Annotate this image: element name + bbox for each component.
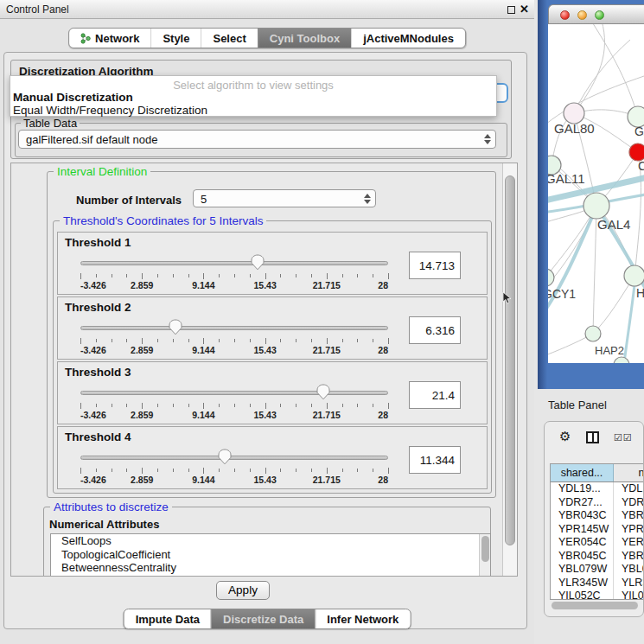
- network-canvas[interactable]: GAL80GACGAL11GAL4GCY1HHAP2: [548, 24, 644, 363]
- mac-minimize-icon[interactable]: [577, 10, 587, 20]
- slider-ticks: [80, 468, 388, 475]
- table-row[interactable]: YDR27...YDR2: [551, 496, 644, 510]
- network-node[interactable]: [629, 143, 644, 161]
- table-row[interactable]: YBL079WYBL0: [551, 563, 644, 577]
- bottom-tab-discretize-data[interactable]: Discretize Data: [211, 609, 315, 628]
- threshold-slider[interactable]: [80, 383, 388, 402]
- control-panel: Control Panel ✕ NetworkStyleSelectCyni T…: [0, 0, 534, 644]
- cell-name: YDL1: [614, 482, 644, 496]
- table-data-title: Table Data: [21, 117, 80, 130]
- slider-thumb[interactable]: [251, 254, 265, 271]
- column-layout-icon[interactable]: [586, 431, 599, 443]
- interval-definition-title: Interval Definition: [54, 165, 150, 178]
- slider-thumb[interactable]: [316, 384, 330, 400]
- numerical-attributes-list[interactable]: SelfLoopsTopologicalCoefficientBetweenne…: [50, 533, 491, 577]
- threshold-panel: Threshold 4 -3.4262.8599.14415.4321.7152…: [57, 426, 488, 489]
- slider-track[interactable]: [80, 261, 388, 265]
- node-label: GAL11: [548, 171, 585, 186]
- menu-item-manual-discretization[interactable]: Manual Discretization: [13, 91, 133, 104]
- cell-shared-name: YER054C: [551, 536, 614, 550]
- threshold-slider[interactable]: [80, 448, 388, 467]
- network-node[interactable]: [585, 326, 601, 341]
- algorithm-dropdown-popup: Select algorithm to view settings Manual…: [10, 75, 497, 117]
- slider-thumb[interactable]: [218, 449, 232, 465]
- column-header-shared-name[interactable]: shared...: [551, 464, 614, 481]
- tab-network[interactable]: Network: [69, 29, 150, 48]
- slider-ticks: [80, 403, 388, 410]
- number-of-intervals-combobox[interactable]: 5: [193, 189, 376, 207]
- table-row[interactable]: YIL052CYIL0: [551, 590, 644, 599]
- network-node[interactable]: [548, 269, 554, 286]
- vertical-scrollbar[interactable]: [502, 163, 517, 576]
- network-node[interactable]: [624, 265, 644, 286]
- attribute-item[interactable]: BetweennessCentrality: [51, 561, 490, 575]
- cell-shared-name: YBR045C: [551, 550, 614, 564]
- tab-label: jActiveMNodules: [363, 32, 454, 45]
- horizontal-scrollbar[interactable]: [552, 602, 638, 609]
- network-view-window: GAL80GACGAL11GAL4GCY1HHAP2: [538, 0, 644, 389]
- network-window-titlebar[interactable]: [548, 4, 644, 24]
- cell-name: YIL0: [614, 590, 644, 599]
- threshold-value-field[interactable]: 14.713: [409, 252, 461, 279]
- table-panel: ⚙ ☑☑ shared... na YDL19...YDL1YDR27...YD…: [544, 421, 644, 617]
- slider-track[interactable]: [80, 326, 388, 330]
- column-header-name[interactable]: na: [614, 464, 644, 481]
- attribute-item[interactable]: SelfLoops: [51, 534, 490, 548]
- mac-zoom-icon[interactable]: [595, 10, 604, 20]
- numerical-attributes-label: Numerical Attributes: [49, 518, 159, 531]
- checkbox-icons[interactable]: ☑☑: [614, 432, 633, 443]
- network-node[interactable]: [614, 357, 629, 363]
- table-data-combobox[interactable]: galFiltered.sif default node: [18, 130, 496, 149]
- cell-shared-name: YIL052C: [551, 590, 614, 599]
- slider-ticks: [80, 273, 388, 280]
- attributes-group-title: Attributes to discretize: [50, 501, 172, 513]
- slider-ticks: [80, 338, 388, 345]
- gear-icon[interactable]: ⚙: [559, 429, 571, 444]
- table-panel-title: Table Panel: [548, 399, 607, 411]
- menu-item-equal-width-frequency[interactable]: Equal Width/Frequency Discretization: [13, 104, 207, 117]
- algorithm-hint-text: Select algorithm to view settings: [10, 79, 496, 92]
- bottom-tab-impute-data[interactable]: Impute Data: [124, 609, 211, 628]
- tab-select[interactable]: Select: [201, 29, 257, 48]
- threshold-slider[interactable]: [80, 253, 388, 272]
- threshold-panel: Threshold 1 -3.4262.8599.14415.4321.7152…: [57, 232, 488, 295]
- attributes-to-discretize-group: Attributes to discretize Numerical Attri…: [43, 507, 491, 577]
- close-icon[interactable]: ✕: [520, 3, 529, 16]
- mac-close-icon[interactable]: [560, 10, 570, 20]
- cell-name: YDR2: [614, 496, 644, 510]
- tab-label: Infer Network: [327, 613, 399, 626]
- slider-thumb[interactable]: [169, 319, 182, 335]
- threshold-panel: Threshold 2 -3.4262.8599.14415.4321.7152…: [57, 296, 488, 360]
- tab-label: Discretize Data: [223, 613, 303, 626]
- threshold-label: Threshold 4: [65, 430, 131, 443]
- attribute-item[interactable]: TopologicalCoefficient: [51, 548, 490, 562]
- apply-button[interactable]: Apply: [216, 581, 270, 600]
- threshold-value-field[interactable]: 21.4: [409, 381, 461, 409]
- threshold-slider[interactable]: [80, 318, 388, 337]
- attributes-scrollbar[interactable]: [479, 534, 490, 577]
- table-row[interactable]: YLR345WYLR3: [551, 577, 644, 590]
- threshold-value-field[interactable]: 11.344: [409, 446, 461, 474]
- bottom-tab-infer-network[interactable]: Infer Network: [315, 609, 410, 628]
- table-row[interactable]: YBR045CYBR0: [551, 550, 644, 564]
- table-data-selected-value: galFiltered.sif default node: [26, 133, 157, 146]
- tab-jactivemnodules[interactable]: jActiveMNodules: [351, 29, 465, 48]
- tab-cyni-toolbox[interactable]: Cyni Toolbox: [258, 29, 351, 48]
- table-row[interactable]: YER054CYER0: [551, 536, 644, 550]
- cell-shared-name: YBR043C: [551, 509, 614, 523]
- slider-track[interactable]: [80, 456, 388, 460]
- table-row[interactable]: YDL19...YDL1: [551, 482, 644, 496]
- cell-shared-name: YDR27...: [551, 496, 614, 510]
- float-window-icon[interactable]: [507, 6, 515, 14]
- table-row[interactable]: YPR145WYPR1: [551, 523, 644, 537]
- tab-label: Cyni Toolbox: [270, 32, 340, 45]
- network-node[interactable]: [583, 193, 609, 219]
- slider-track[interactable]: [80, 391, 388, 395]
- threshold-value-field[interactable]: 6.316: [409, 316, 461, 344]
- table-row[interactable]: YBR043CYBR0: [551, 509, 644, 523]
- cell-shared-name: YDL19...: [551, 482, 614, 496]
- tab-style[interactable]: Style: [150, 29, 201, 48]
- thresholds-group-title: Threshold's Coordinates for 5 Intervals: [60, 214, 266, 227]
- slider-tick-labels: -3.4262.8599.14415.4321.71528: [80, 475, 388, 485]
- mouse-cursor: [502, 291, 512, 308]
